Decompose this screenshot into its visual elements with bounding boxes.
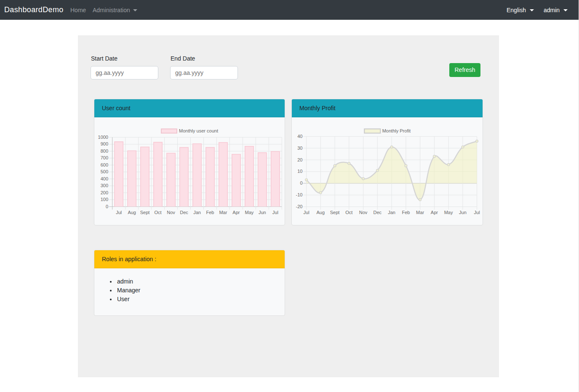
svg-text:Sept: Sept (330, 210, 340, 215)
svg-text:Oct: Oct (155, 210, 162, 215)
svg-text:900: 900 (101, 141, 108, 146)
svg-text:Feb: Feb (402, 210, 410, 215)
svg-text:Jan: Jan (193, 210, 201, 215)
svg-text:600: 600 (101, 162, 108, 167)
svg-text:30: 30 (297, 146, 302, 151)
svg-text:Feb: Feb (206, 210, 214, 215)
svg-text:-10: -10 (296, 192, 303, 197)
svg-text:0: 0 (106, 204, 108, 209)
svg-text:500: 500 (101, 169, 108, 174)
svg-text:Sept: Sept (140, 210, 150, 215)
svg-text:Aug: Aug (128, 210, 136, 215)
svg-text:Apr: Apr (431, 210, 438, 215)
svg-text:Mar: Mar (416, 210, 424, 215)
svg-text:Jul: Jul (304, 210, 310, 215)
svg-text:Mar: Mar (219, 210, 227, 215)
svg-text:Jul: Jul (474, 210, 480, 215)
svg-text:May: May (444, 210, 453, 215)
svg-text:Nov: Nov (167, 210, 175, 215)
svg-text:Jun: Jun (459, 210, 467, 215)
svg-text:Nov: Nov (359, 210, 368, 215)
svg-text:-20: -20 (296, 204, 303, 209)
svg-text:20: 20 (297, 157, 302, 162)
svg-text:40: 40 (297, 134, 302, 139)
svg-text:700: 700 (101, 155, 108, 160)
svg-text:800: 800 (101, 148, 108, 154)
svg-text:Jun: Jun (259, 210, 266, 215)
svg-text:Monthly Profit: Monthly Profit (382, 128, 411, 133)
svg-text:Oct: Oct (345, 210, 352, 215)
svg-text:1000: 1000 (98, 135, 108, 140)
svg-text:Monthly user count: Monthly user count (179, 128, 218, 133)
svg-text:Aug: Aug (317, 210, 325, 215)
svg-text:Dec: Dec (180, 210, 188, 215)
svg-text:Dec: Dec (374, 210, 382, 215)
svg-text:10: 10 (297, 169, 302, 174)
svg-text:400: 400 (101, 176, 108, 181)
svg-text:Jan: Jan (388, 210, 395, 215)
svg-text:May: May (245, 210, 254, 215)
svg-text:Jul: Jul (116, 210, 122, 215)
svg-text:0: 0 (300, 180, 302, 185)
svg-text:200: 200 (101, 190, 108, 195)
svg-text:Apr: Apr (232, 210, 240, 215)
svg-text:100: 100 (101, 197, 108, 202)
svg-text:Jul: Jul (272, 210, 278, 215)
svg-text:300: 300 (101, 183, 108, 188)
